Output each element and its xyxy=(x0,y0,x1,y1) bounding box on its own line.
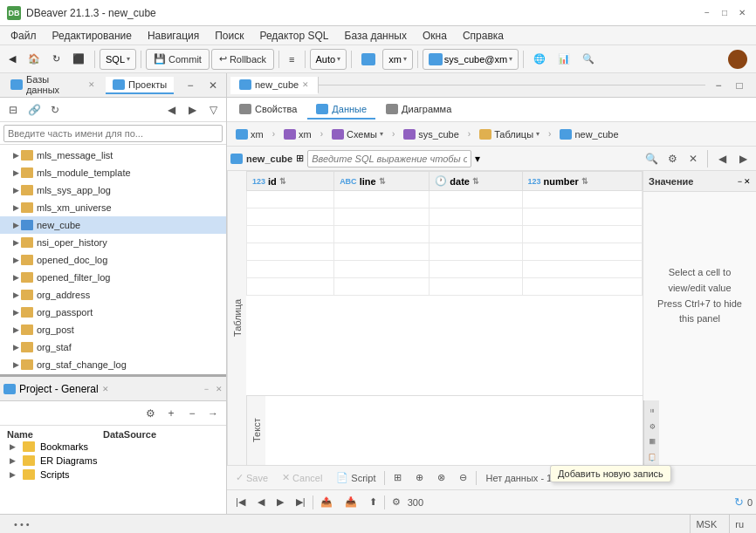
list-item[interactable]: ▶ Bookmarks xyxy=(7,440,219,454)
left-nav-button[interactable]: ◀ xyxy=(162,101,181,119)
filter-dropdown-icon[interactable]: ▾ xyxy=(475,153,480,165)
sort-line-icon[interactable]: ⇅ xyxy=(379,177,386,186)
tree-item[interactable]: ▶ mls_xm_universe xyxy=(0,199,226,216)
sync-button[interactable]: ↻ xyxy=(45,101,65,119)
tools-button-1[interactable]: 🌐 xyxy=(528,49,551,70)
nav-schemas[interactable]: Схемы ▾ xyxy=(326,127,388,141)
tree-item[interactable]: ▶ org_post xyxy=(0,321,226,338)
rollback-button[interactable]: ↩ Rollback xyxy=(211,49,274,70)
panel-pin-button[interactable]: − xyxy=(204,385,209,393)
filter-button[interactable]: ≡ xyxy=(284,49,299,70)
project-tab-close[interactable]: ✕ xyxy=(102,385,109,393)
add-row-button[interactable]: ⊕ xyxy=(410,468,429,488)
tab-max-button[interactable]: □ xyxy=(730,77,749,94)
collapse-all-button[interactable]: ⊟ xyxy=(3,101,23,119)
refresh-data-button[interactable]: ↻ xyxy=(734,495,744,509)
maximize-button[interactable]: □ xyxy=(718,6,732,20)
tab-data[interactable]: Данные xyxy=(307,100,375,120)
menu-windows[interactable]: Окна xyxy=(416,28,454,44)
script-button[interactable]: 📄 Script xyxy=(331,468,381,488)
panel-close-button[interactable]: ✕ xyxy=(203,77,223,94)
table-row[interactable] xyxy=(247,243,643,261)
user-avatar[interactable] xyxy=(723,49,753,70)
vp-close-button[interactable]: ✕ xyxy=(744,177,751,186)
nav-tables[interactable]: Таблицы ▾ xyxy=(474,127,545,141)
filter-config-button[interactable]: ⚙ xyxy=(663,150,682,167)
close-button[interactable]: ✕ xyxy=(735,6,749,20)
search-input[interactable] xyxy=(3,125,223,142)
table-row[interactable] xyxy=(247,261,643,278)
xm-dropdown[interactable]: xm ▾ xyxy=(382,49,413,70)
panel-min-button[interactable]: − xyxy=(181,77,200,94)
tab-projects[interactable]: Проекты xyxy=(106,77,174,94)
tree-item[interactable]: ▶ mls_message_list xyxy=(0,147,226,164)
menu-sql-editor[interactable]: Редактор SQL xyxy=(252,28,335,44)
commit-button[interactable]: 💾 Commit xyxy=(146,49,210,70)
project-settings-button[interactable]: ⚙ xyxy=(141,405,160,422)
panel-sidebar-btn-2[interactable]: ⚙ xyxy=(645,420,659,434)
tab-diagram[interactable]: Диаграмма xyxy=(377,100,460,120)
nav-newcube[interactable]: new_cube xyxy=(554,127,623,141)
nav-xm-1[interactable]: xm xyxy=(230,127,269,141)
copy-button[interactable]: ⊗ xyxy=(432,468,450,488)
table-row[interactable] xyxy=(247,226,643,243)
cancel-button[interactable]: ✕ Cancel xyxy=(277,468,327,488)
panel-close-button[interactable]: ✕ xyxy=(216,385,223,393)
sql-dropdown[interactable]: SQL ▾ xyxy=(100,49,136,70)
panel-sidebar-btn-4[interactable]: 📋 xyxy=(645,451,659,465)
export-button[interactable]: ⊞ xyxy=(388,468,407,488)
tree-item[interactable]: ▶ org_staf xyxy=(0,338,226,356)
save-button[interactable]: ✓ Save xyxy=(230,468,273,488)
nav-first-button[interactable]: |◀ xyxy=(230,493,251,512)
tree-item[interactable]: ▶ org_address xyxy=(0,286,226,304)
db-icon-button[interactable] xyxy=(356,49,381,70)
refresh-button[interactable]: ↻ xyxy=(47,49,65,70)
table-row[interactable] xyxy=(247,278,643,296)
menu-search[interactable]: Поиск xyxy=(208,28,251,44)
nav-settings-button[interactable]: ⚙ xyxy=(387,493,406,512)
tab-min-button[interactable]: − xyxy=(709,77,728,94)
filter-apply-button[interactable]: 🔍 xyxy=(642,150,661,167)
nav-syscube[interactable]: sys_cube xyxy=(398,127,464,141)
nav-export-button[interactable]: 📤 xyxy=(315,493,338,512)
table-tab-close[interactable]: ✕ xyxy=(302,80,309,89)
stop-button[interactable]: ⬛ xyxy=(67,49,90,70)
sort-number-icon[interactable]: ⇅ xyxy=(581,177,588,186)
tree-item-selected[interactable]: ▶ new_cube xyxy=(0,216,226,234)
table-tab[interactable]: new_cube ✕ xyxy=(230,77,319,94)
connection-dropdown[interactable]: sys_cube@xm ▾ xyxy=(423,49,519,70)
menu-database[interactable]: База данных xyxy=(338,28,414,44)
menu-edit[interactable]: Редактирование xyxy=(45,28,139,44)
auto-dropdown[interactable]: Auto ▾ xyxy=(310,49,347,70)
tree-item[interactable]: ▶ mls_module_template xyxy=(0,164,226,181)
delete-button[interactable]: ⊖ xyxy=(454,468,472,488)
project-add-button[interactable]: + xyxy=(162,405,181,422)
link-editor-button[interactable]: 🔗 xyxy=(24,101,44,119)
tree-item[interactable]: ▶ opened_filter_log xyxy=(0,269,226,286)
sort-id-icon[interactable]: ⇅ xyxy=(279,177,286,186)
tree-item[interactable]: ▶ org_staf_change_log xyxy=(0,356,226,373)
search-button[interactable]: 🔍 xyxy=(577,49,600,70)
back-button[interactable]: ◀ xyxy=(3,49,21,70)
filter-clear-button[interactable]: ✕ xyxy=(684,150,703,167)
right-nav-button[interactable]: ▶ xyxy=(182,101,202,119)
nav-import-button[interactable]: 📥 xyxy=(340,493,362,512)
project-nav-button[interactable]: → xyxy=(203,405,223,422)
tree-item[interactable]: ▶ opened_doc_log xyxy=(0,251,226,269)
tree-item[interactable]: ▶ mls_sys_app_log xyxy=(0,181,226,199)
project-minus-button[interactable]: − xyxy=(182,405,202,422)
nav-last-button[interactable]: ▶| xyxy=(291,493,311,512)
list-item[interactable]: ▶ Scripts xyxy=(7,468,219,482)
nav-button[interactable]: 🏠 xyxy=(23,49,45,70)
tree-item[interactable]: ▶ org_passport xyxy=(0,304,226,321)
minimize-button[interactable]: − xyxy=(700,6,714,20)
panel-sidebar-btn-1[interactable]: ≡ xyxy=(645,404,659,418)
nav-right-button[interactable]: ▶ xyxy=(733,150,753,167)
nav-left-button[interactable]: ◀ xyxy=(712,150,732,167)
nav-xm-2[interactable]: xm xyxy=(278,127,317,141)
vp-min-button[interactable]: − xyxy=(738,177,742,186)
table-row[interactable] xyxy=(247,191,643,208)
sql-filter-input[interactable] xyxy=(307,150,471,167)
tab-databases-close[interactable]: ✕ xyxy=(88,80,95,89)
menu-file[interactable]: Файл xyxy=(3,28,44,44)
